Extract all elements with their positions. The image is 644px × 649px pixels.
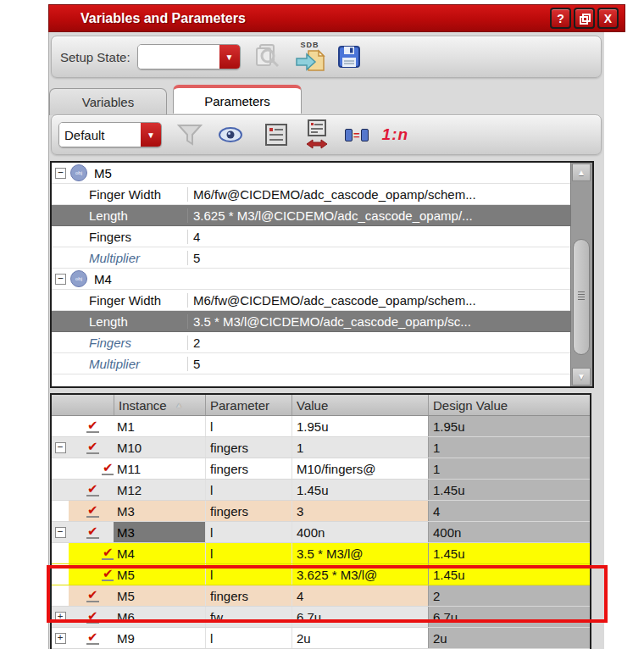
tree-param-value[interactable]: 5 <box>187 357 571 371</box>
value-cell[interactable]: 1 <box>291 437 428 458</box>
design-value-cell[interactable]: 6.7u <box>428 607 590 627</box>
column-header-value[interactable]: Value <box>291 395 428 415</box>
equalize-button[interactable]: = <box>345 129 369 141</box>
instance-cell[interactable]: M6 <box>114 607 205 627</box>
checked-checkbox[interactable]: ✔ <box>86 631 99 645</box>
filter-combobox[interactable]: Default ▼ <box>58 122 162 147</box>
value-cell[interactable]: 4 <box>291 585 428 606</box>
scroll-up-button[interactable]: ▲ <box>572 164 591 181</box>
table-row[interactable]: ✔M5fingers42 <box>52 585 590 607</box>
collapse-icon[interactable]: − <box>55 168 66 179</box>
instance-cell[interactable]: M10 <box>114 437 205 458</box>
table-row[interactable]: +✔M6fw6.7u6.7u <box>52 607 590 628</box>
chevron-down-icon[interactable]: ▼ <box>141 123 161 147</box>
value-cell[interactable]: 3.625 * M3/l@ <box>291 564 428 585</box>
tab-parameters[interactable]: Parameters <box>173 85 302 114</box>
tree-group-row[interactable]: −objM5 <box>52 163 571 184</box>
tree-param-value[interactable]: M6/fw@CICDEMO/adc_cascode_opamp/schem... <box>187 187 571 202</box>
table-row[interactable]: ✔M4l3.5 * M3/l@1.45u <box>52 543 590 564</box>
parameter-cell[interactable]: fingers <box>205 458 291 479</box>
checked-checkbox[interactable]: ✔ <box>102 568 114 581</box>
design-value-cell[interactable]: 400n <box>428 522 590 542</box>
instance-cell[interactable]: M3 <box>114 522 205 542</box>
parameter-cell[interactable]: l <box>205 564 291 585</box>
chevron-down-icon[interactable]: ▼ <box>219 45 240 69</box>
table-row[interactable]: −✔M10fingers11 <box>52 437 590 458</box>
checked-checkbox[interactable]: ✔ <box>86 525 99 539</box>
collapse-icon[interactable]: − <box>55 527 66 538</box>
value-cell[interactable]: 6.7u <box>291 607 428 627</box>
table-row[interactable]: +✔M9l2u2u <box>52 628 590 649</box>
collapse-icon[interactable]: − <box>55 442 66 453</box>
parameter-cell[interactable]: l <box>205 543 291 563</box>
table-row[interactable]: ✔M12l1.45u1.45u <box>52 480 590 501</box>
table-row[interactable]: −✔M3l400n400n <box>52 522 590 543</box>
parameter-cell[interactable]: l <box>205 522 291 542</box>
instance-cell[interactable]: M5 <box>114 564 205 585</box>
checked-checkbox[interactable]: ✔ <box>86 441 99 454</box>
instance-cell[interactable]: M12 <box>114 480 205 500</box>
tree-param-row[interactable]: Multiplier5 <box>52 247 571 269</box>
instance-cell[interactable]: M3 <box>114 501 205 521</box>
parameter-cell[interactable]: l <box>205 480 291 500</box>
parameter-cell[interactable]: fw <box>205 607 291 627</box>
tab-variables[interactable]: Variables <box>49 88 167 115</box>
restore-button[interactable] <box>574 8 595 29</box>
parameter-cell[interactable]: fingers <box>205 437 291 458</box>
tree-param-row[interactable]: Length3.625 * M3/l@CICDEMO/adc_cascode_o… <box>52 205 571 226</box>
tree-param-row[interactable]: Fingers2 <box>52 332 571 353</box>
help-button[interactable]: ? <box>550 8 571 29</box>
value-cell[interactable]: 1.45u <box>291 480 428 500</box>
checked-checkbox[interactable]: ✔ <box>102 546 114 560</box>
collapse-icon[interactable]: − <box>55 274 66 285</box>
tree-param-value[interactable]: 5 <box>187 251 571 265</box>
tree-param-row[interactable]: Multiplier5 <box>52 353 571 374</box>
instance-cell[interactable]: M9 <box>114 628 205 648</box>
one-to-n-button[interactable]: 1:n <box>382 125 409 144</box>
fit-columns-button[interactable] <box>306 119 328 150</box>
column-header-design-value[interactable]: Design Value <box>428 395 590 415</box>
design-value-cell[interactable]: 1.45u <box>428 543 590 563</box>
tree-param-value[interactable]: 2 <box>187 336 571 350</box>
checked-checkbox[interactable]: ✔ <box>86 504 99 518</box>
tree-group-row[interactable]: −objM4 <box>52 269 571 290</box>
design-value-cell[interactable]: 1.95u <box>428 416 590 436</box>
design-value-cell[interactable]: 1 <box>428 437 590 458</box>
value-cell[interactable]: 2u <box>291 628 428 648</box>
design-value-cell[interactable]: 2u <box>428 628 590 648</box>
design-value-cell[interactable]: 2 <box>428 585 590 606</box>
title-bar[interactable]: Variables and Parameters ? X <box>48 4 625 32</box>
display-options-button[interactable] <box>265 124 287 146</box>
design-value-cell[interactable]: 4 <box>428 501 590 521</box>
value-cell[interactable]: 1.95u <box>291 416 428 436</box>
scrollbar-thumb[interactable] <box>573 239 590 355</box>
value-cell[interactable]: 400n <box>291 522 428 542</box>
tree-scrollbar[interactable]: ▲ ▼ <box>570 163 592 386</box>
search-setup-button[interactable] <box>254 42 283 71</box>
parameter-cell[interactable]: l <box>205 628 291 648</box>
checked-checkbox[interactable]: ✔ <box>86 610 99 624</box>
value-cell[interactable]: 3.5 * M3/l@ <box>291 543 428 563</box>
design-value-cell[interactable]: 1.45u <box>428 564 590 585</box>
instance-cell[interactable]: M1 <box>114 416 205 436</box>
instance-cell[interactable]: M11 <box>114 458 205 479</box>
value-cell[interactable]: M10/fingers@ <box>291 458 428 479</box>
tree-param-value[interactable]: 3.625 * M3/l@CICDEMO/adc_cascode_opamp/.… <box>187 208 571 223</box>
instance-cell[interactable]: M5 <box>114 585 205 606</box>
setup-state-combobox[interactable]: ▼ <box>137 44 241 69</box>
table-row[interactable]: ✔M3fingers34 <box>52 501 590 522</box>
column-header-parameter[interactable]: Parameter <box>205 395 291 415</box>
close-button[interactable]: X <box>597 8 619 29</box>
tree-param-row[interactable]: Fingers4 <box>52 226 571 247</box>
tree-param-row[interactable]: Finger WidthM6/fw@CICDEMO/adc_cascode_op… <box>52 184 571 205</box>
tree-param-value[interactable]: 4 <box>187 230 571 244</box>
checked-checkbox[interactable]: ✔ <box>102 462 114 475</box>
filter-button[interactable] <box>177 124 203 146</box>
table-row[interactable]: ✔M1l1.95u1.95u <box>52 416 590 437</box>
tree-param-value[interactable]: 3.5 * M3/l@CICDEMO/adc_cascode_opamp/sc.… <box>187 314 571 329</box>
show-hide-button[interactable] <box>218 126 243 143</box>
checked-checkbox[interactable]: ✔ <box>86 483 99 496</box>
table-row[interactable]: ✔M11fingersM10/fingers@1 <box>52 458 590 480</box>
instance-cell[interactable]: M4 <box>114 543 205 563</box>
table-row[interactable]: ✔M5l3.625 * M3/l@1.45u <box>52 564 590 585</box>
